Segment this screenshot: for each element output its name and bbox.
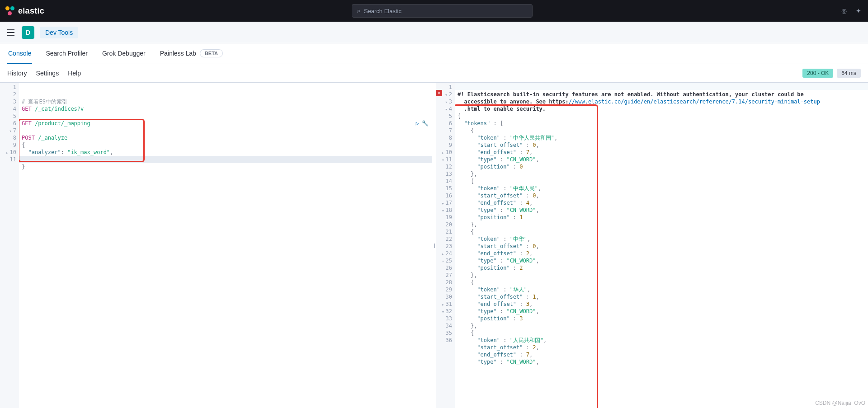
run-request-button[interactable]: ▷	[416, 120, 419, 127]
request-pane: 1234567891011 # 查看ES中的索引 GET /_cat/indic…	[0, 83, 432, 408]
editor-panes: 1234567891011 # 查看ES中的索引 GET /_cat/indic…	[0, 82, 868, 408]
console-toolbar: History Settings Help 200 - OK 64 ms	[0, 64, 868, 82]
request-editor[interactable]: # 查看ES中的索引 GET /_cat/indices?v GET /prod…	[19, 83, 432, 408]
brand-logo[interactable]: elastic	[5, 6, 44, 16]
space-avatar[interactable]: D	[22, 26, 34, 39]
tab-console[interactable]: Console	[7, 43, 32, 64]
search-placeholder: Search Elastic	[364, 8, 401, 14]
help-icon[interactable]: ◎	[840, 7, 848, 15]
response-viewer[interactable]: #! Elasticsearch built-in security featu…	[455, 83, 868, 408]
search-icon: ⌕	[357, 8, 360, 14]
global-search-input[interactable]: ⌕ Search Elastic	[352, 4, 533, 18]
response-gutter: ✕ 12345678910111213141516171819202122232…	[436, 83, 455, 408]
watermark: CSDN @Naijia_OvO	[815, 400, 865, 406]
beta-badge: BETA	[200, 49, 223, 57]
pane-splitter[interactable]	[432, 83, 436, 408]
sub-header: D Dev Tools	[0, 22, 868, 43]
latency-badge: 64 ms	[837, 69, 861, 78]
newsfeed-icon[interactable]: ✦	[854, 7, 863, 15]
history-link[interactable]: History	[7, 70, 27, 77]
response-pane: ✕ 12345678910111213141516171819202122232…	[436, 83, 868, 408]
elastic-logo-icon	[5, 6, 14, 15]
brand-text: elastic	[18, 6, 44, 16]
breadcrumb-devtools[interactable]: Dev Tools	[40, 27, 78, 38]
nav-toggle-button[interactable]	[5, 27, 16, 38]
error-marker-icon: ✕	[436, 90, 442, 96]
request-gutter: 1234567891011	[0, 83, 19, 408]
request-options-button[interactable]: 🔧	[422, 120, 429, 127]
tab-bar: Console Search Profiler Grok Debugger Pa…	[0, 43, 868, 64]
tab-search-profiler[interactable]: Search Profiler	[45, 43, 89, 64]
global-header: elastic ⌕ Search Elastic ◎ ✦	[0, 0, 868, 22]
tab-painless-lab[interactable]: Painless LabBETA	[159, 43, 224, 64]
help-link[interactable]: Help	[68, 70, 81, 77]
status-badge: 200 - OK	[802, 69, 833, 78]
settings-link[interactable]: Settings	[36, 70, 59, 77]
tab-grok-debugger[interactable]: Grok Debugger	[101, 43, 146, 64]
